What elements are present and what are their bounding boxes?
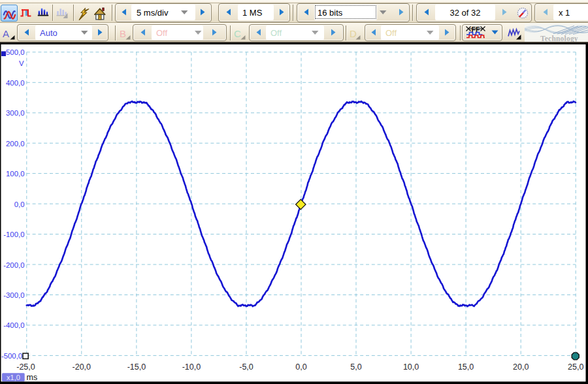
svg-text:400,0: 400,0 — [6, 79, 25, 87]
svg-text:-100,0: -100,0 — [3, 231, 24, 238]
svg-text:300,0: 300,0 — [6, 109, 25, 117]
svg-text:-200,0: -200,0 — [3, 261, 24, 269]
svg-text:-300,0: -300,0 — [3, 291, 24, 299]
svg-text:-10,0: -10,0 — [182, 362, 201, 372]
svg-text:-25,0: -25,0 — [16, 362, 35, 372]
svg-text:10,0: 10,0 — [403, 362, 419, 372]
svg-text:500,0: 500,0 — [6, 48, 25, 56]
svg-text:25,0: 25,0 — [568, 362, 583, 372]
svg-text:V: V — [19, 59, 24, 67]
svg-text:x1,0: x1,0 — [7, 374, 20, 381]
svg-text:5,0: 5,0 — [350, 362, 361, 372]
svg-text:100,0: 100,0 — [6, 170, 25, 178]
svg-text:-20,0: -20,0 — [73, 362, 91, 372]
svg-text:-500,0: -500,0 — [1, 352, 22, 360]
svg-text:15,0: 15,0 — [458, 362, 474, 372]
svg-text:-15,0: -15,0 — [127, 362, 146, 372]
svg-text:ms: ms — [27, 373, 38, 382]
svg-text:-400,0: -400,0 — [3, 321, 24, 329]
svg-text:0,0: 0,0 — [14, 200, 25, 208]
svg-text:200,0: 200,0 — [6, 140, 25, 148]
svg-text:20,0: 20,0 — [513, 362, 529, 372]
svg-text:0,0: 0,0 — [295, 362, 306, 372]
svg-text:-5,0: -5,0 — [239, 362, 253, 372]
